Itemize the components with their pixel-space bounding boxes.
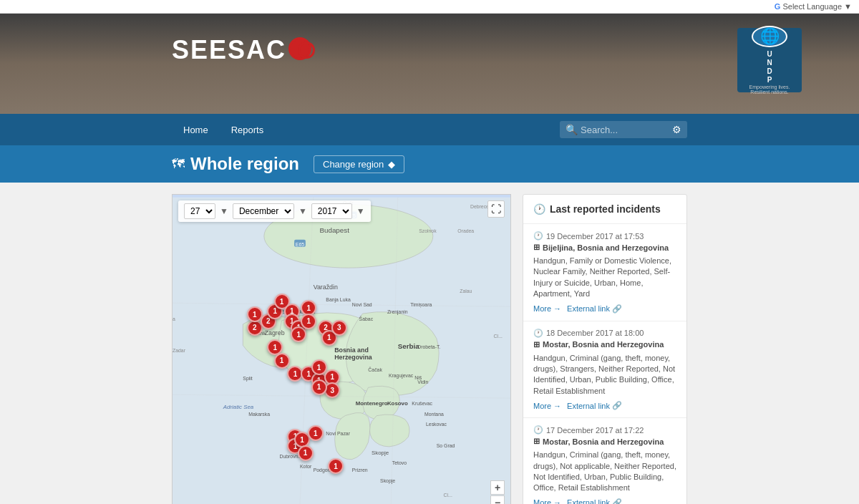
svg-text:Leskovac: Leskovac: [426, 422, 447, 427]
incident-description: Handgun, Criminal (gang, theft, money, d…: [533, 353, 676, 397]
incident-location: ⊞ Mostar, Bosnia and Herzegovina: [533, 340, 676, 349]
svg-text:Split: Split: [243, 377, 252, 382]
more-button[interactable]: More →: [533, 498, 561, 504]
svg-text:Vidin: Vidin: [417, 379, 428, 384]
svg-text:Zrenjanin: Zrenjanin: [387, 309, 408, 315]
settings-icon[interactable]: ⚙: [672, 124, 681, 135]
svg-text:Serbia: Serbia: [398, 342, 420, 350]
top-bar: G Select Language ▼: [0, 0, 859, 14]
incident-actions: More → External link 🔗: [533, 498, 676, 504]
seesac-logo[interactable]: SEESAC: [172, 35, 311, 65]
svg-text:Drobeta-T.: Drobeta-T.: [417, 344, 440, 349]
svg-text:Čačak: Čačak: [368, 367, 382, 372]
incident-location: ⊞ Bijeljina, Bosnia and Herzegovina: [533, 243, 676, 252]
clock-small-icon: 🕐: [533, 231, 543, 241]
svg-text:Timișoara: Timișoara: [410, 302, 432, 308]
incident-actions: More → External link 🔗: [533, 401, 676, 410]
incident-list: 🕐 19 December 2017 at 17:53 ⊞ Bijeljina,…: [523, 224, 686, 504]
banner-background: [0, 14, 859, 114]
svg-text:Kruševac: Kruševac: [412, 401, 432, 406]
change-region-arrow: ◆: [388, 159, 395, 170]
nav-reports[interactable]: Reports: [220, 114, 276, 145]
more-button[interactable]: More →: [533, 304, 561, 314]
incident-panel-header: 🕐 Last reported incidents: [523, 195, 686, 224]
svg-text:Oradea: Oradea: [457, 228, 474, 233]
svg-text:Budapest: Budapest: [319, 226, 349, 234]
zoom-in-button[interactable]: +: [490, 480, 505, 495]
clock-small-icon: 🕐: [533, 425, 543, 435]
svg-text:Zadar: Zadar: [173, 348, 186, 353]
region-bar: 🗺 Whole region Change region ◆: [0, 145, 859, 183]
location-grid-icon: ⊞: [533, 340, 540, 349]
cluster-marker[interactable]: 1: [308, 425, 324, 441]
map-background: Budapest Zagreb Varaždin Bosnia and Herz…: [173, 195, 510, 504]
link-icon: 🔗: [612, 498, 622, 504]
fullscreen-button[interactable]: ⛶: [487, 200, 505, 218]
svg-text:a: a: [173, 316, 175, 321]
incident-item: 🕐 17 December 2017 at 17:22 ⊞ Mostar, Bo…: [523, 418, 686, 504]
more-button[interactable]: More →: [533, 401, 561, 410]
external-link-button[interactable]: External link 🔗: [567, 401, 622, 410]
svg-text:Cl...: Cl...: [444, 493, 452, 498]
map-zoom-controls: + −: [490, 480, 505, 504]
cluster-marker[interactable]: 1: [298, 445, 314, 461]
svg-text:Novi Pazar: Novi Pazar: [326, 431, 350, 436]
year-select[interactable]: 2017: [311, 203, 352, 219]
clock-icon: 🕐: [533, 203, 545, 215]
svg-text:Banja Luka: Banja Luka: [326, 297, 351, 303]
cluster-marker[interactable]: 1: [311, 359, 327, 375]
svg-text:Novi Sad: Novi Sad: [352, 302, 372, 307]
svg-text:Šabac: Šabac: [359, 316, 374, 321]
month-select[interactable]: December: [233, 203, 294, 219]
cluster-marker[interactable]: 1: [274, 353, 290, 369]
day-select[interactable]: 27: [184, 203, 215, 219]
arrow-icon: →: [553, 304, 561, 313]
svg-text:Prizren: Prizren: [352, 467, 368, 472]
incident-item: 🕐 19 December 2017 at 17:53 ⊞ Bijeljina,…: [523, 224, 686, 321]
map-date-controls: 27 ▼ December ▼ 2017 ▼: [178, 200, 371, 222]
cluster-marker[interactable]: 1: [301, 314, 316, 329]
svg-text:Skopje: Skopje: [372, 450, 389, 456]
google-g-icon: G: [775, 2, 781, 11]
main-content: 27 ▼ December ▼ 2017 ▼ ⛶: [0, 183, 859, 504]
map-icon: 🗺: [172, 157, 185, 172]
external-link-button[interactable]: External link 🔗: [567, 304, 622, 314]
language-selector[interactable]: G Select Language ▼: [775, 2, 852, 11]
change-region-button[interactable]: Change region ◆: [314, 155, 404, 173]
navbar-links: Home Reports: [172, 114, 560, 145]
svg-text:Adriatic Sea: Adriatic Sea: [223, 404, 254, 410]
incident-time: 🕐 18 December 2017 at 18:00: [533, 329, 676, 338]
svg-text:Kosovo: Kosovo: [387, 400, 408, 407]
cluster-marker[interactable]: 1: [311, 379, 327, 395]
svg-text:Szolnok: Szolnok: [419, 228, 437, 233]
search-input[interactable]: [581, 125, 666, 135]
svg-text:Zagreb: Zagreb: [265, 329, 285, 336]
nav-home[interactable]: Home: [172, 114, 220, 145]
svg-text:Herzegovina: Herzegovina: [334, 354, 372, 361]
cluster-marker[interactable]: 3: [331, 320, 347, 336]
map-container[interactable]: 27 ▼ December ▼ 2017 ▼ ⛶: [172, 194, 511, 504]
year-dropdown-arrow: ▼: [356, 206, 365, 216]
location-grid-icon: ⊞: [533, 243, 540, 252]
zoom-out-button[interactable]: −: [490, 495, 505, 504]
incident-description: Handgun, Family or Domestic Violence, Nu…: [533, 256, 676, 300]
incident-location: ⊞ Mostar, Bosnia and Herzegovina: [533, 437, 676, 446]
clock-small-icon: 🕐: [533, 329, 543, 338]
search-bar: 🔍 ⚙: [560, 121, 687, 138]
svg-text:Montana: Montana: [424, 412, 444, 417]
month-dropdown-arrow: ▼: [299, 206, 307, 216]
external-link-button[interactable]: External link 🔗: [567, 498, 622, 504]
undp-text: UNDP: [767, 50, 772, 84]
undp-logo[interactable]: 🌐 UNDP Empowering lives. Resilient natio…: [737, 28, 802, 92]
arrow-icon: →: [553, 498, 561, 504]
cluster-marker[interactable]: 1: [328, 458, 344, 474]
arrow-icon: →: [553, 402, 561, 410]
svg-text:So Grad: So Grad: [437, 443, 455, 448]
incident-time: 🕐 19 December 2017 at 17:53: [533, 231, 676, 241]
incident-actions: More → External link 🔗: [533, 304, 676, 314]
day-dropdown-arrow: ▼: [220, 206, 228, 216]
seesac-logo-circle: [288, 37, 311, 60]
map-svg: Budapest Zagreb Varaždin Bosnia and Herz…: [173, 195, 510, 504]
svg-text:Montenegro: Montenegro: [356, 400, 388, 407]
un-emblem: 🌐: [752, 26, 787, 47]
